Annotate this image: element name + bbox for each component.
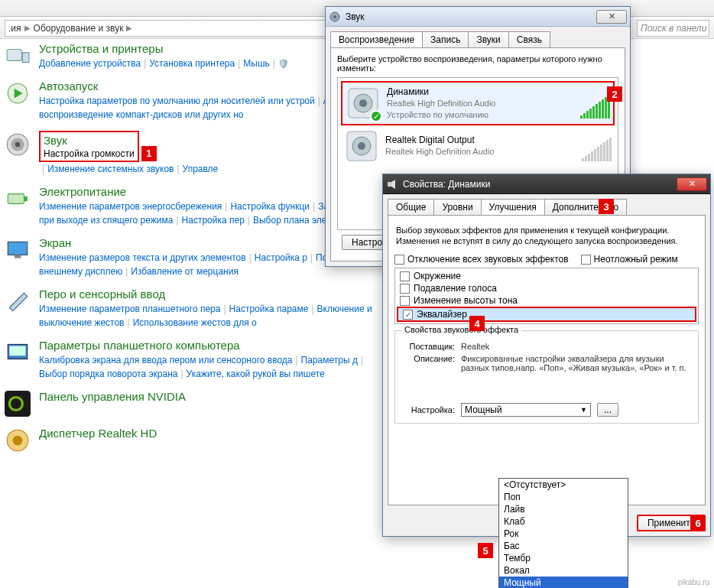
link[interactable]: Укажите, какой рукой вы пишете xyxy=(187,369,325,379)
dropdown-option[interactable]: Рок xyxy=(499,528,628,540)
link[interactable]: Управле xyxy=(183,164,219,174)
link[interactable]: Избавление от мерцания xyxy=(131,266,239,277)
tabs: ОбщиеУровниУлучшенияДополнительно xyxy=(388,199,706,215)
tab-Звуки[interactable]: Звуки xyxy=(468,31,508,47)
close-button[interactable]: ✕ xyxy=(596,10,627,24)
svg-point-25 xyxy=(358,142,365,150)
link[interactable]: Выбор порядка поворота экрана xyxy=(39,369,177,379)
category-title[interactable]: Параметры планшетного компьютера xyxy=(39,339,394,352)
link[interactable]: Настройка параметров по умолчанию для но… xyxy=(39,96,315,106)
svg-rect-13 xyxy=(9,346,25,356)
urgent-mode-checkbox[interactable]: Неотложный режим xyxy=(581,254,678,265)
svg-point-22 xyxy=(359,99,367,107)
dropdown-option[interactable]: Поп xyxy=(499,491,628,503)
dropdown-option[interactable]: Бас xyxy=(499,540,628,552)
tab-Запись[interactable]: Запись xyxy=(422,31,469,47)
category-title[interactable]: Перо и сенсорный ввод xyxy=(39,288,394,300)
dropdown-option[interactable]: Тембр xyxy=(499,552,628,564)
titlebar[interactable]: Свойства: Динамики ✕ xyxy=(383,174,710,194)
checkbox-icon xyxy=(400,296,410,306)
effect-item[interactable]: ✓Эквалайзер xyxy=(397,307,696,322)
category-links: Калибровка экрана для ввода пером или се… xyxy=(39,353,394,381)
dropdown-option[interactable]: Клаб xyxy=(499,515,628,528)
power-icon xyxy=(4,185,31,213)
link[interactable]: Настройка громкости xyxy=(44,148,135,159)
device-name: Динамики xyxy=(387,86,574,98)
category-title[interactable]: Панель управления NVIDIA xyxy=(39,390,394,403)
link[interactable]: Параметры д xyxy=(301,355,358,365)
disable-effects-checkbox[interactable]: Отключение всех звуковых эффектов xyxy=(394,254,569,265)
svg-rect-1 xyxy=(22,53,29,63)
svg-point-17 xyxy=(13,436,23,446)
chevron-right-icon: ▶ xyxy=(126,24,132,32)
dialog-title: Звук xyxy=(346,11,592,22)
preset-combobox[interactable]: Мощный ▼ xyxy=(461,403,591,417)
link[interactable]: Установка принтера xyxy=(149,58,235,69)
breadcrumb-item[interactable]: Оборудование и звук xyxy=(34,23,124,34)
device-driver: Realtek High Definition Audio xyxy=(385,146,576,158)
shield-icon: 🛡️ xyxy=(278,59,289,68)
link[interactable]: Калибровка экрана для ввода пером или се… xyxy=(39,355,292,365)
tab-Дополнительно[interactable]: Дополнительно xyxy=(544,199,627,215)
link[interactable]: Изменение параметров планшетного пера xyxy=(39,304,220,314)
category-title[interactable]: Диспетчер Realtek HD xyxy=(39,427,394,440)
checkbox-label: Неотложный режим xyxy=(594,254,678,265)
link[interactable]: Использование жестов для о xyxy=(133,317,257,328)
callout-badge-3: 3 xyxy=(599,199,614,214)
chevron-down-icon: ▼ xyxy=(580,406,587,414)
callout-badge-1: 1 xyxy=(141,146,157,161)
tab-Воспроизведение[interactable]: Воспроизведение xyxy=(330,31,423,47)
effect-item[interactable]: Окружение xyxy=(395,270,698,282)
level-meter xyxy=(582,131,612,161)
link[interactable]: Мышь xyxy=(243,58,270,69)
tab-Уровни[interactable]: Уровни xyxy=(433,199,481,215)
link[interactable]: Настройка пер xyxy=(182,215,245,226)
display-icon xyxy=(4,236,31,264)
property-row: Описание:Фиксированные настройки эквалай… xyxy=(401,354,692,372)
search-placeholder: Поиск в панели у xyxy=(641,23,709,34)
link[interactable]: Изменение размеров текста и других элеме… xyxy=(39,252,246,263)
category-nvidia: Панель управления NVIDIA xyxy=(4,390,394,417)
link[interactable]: Изменение параметров энергосбережения xyxy=(39,201,222,212)
dropdown-option[interactable]: <Отсутствует> xyxy=(499,479,628,491)
dropdown-option[interactable]: Мощный xyxy=(499,577,628,588)
device-status: Устройство по умолчанию xyxy=(387,109,574,121)
checkbox-icon xyxy=(581,255,591,265)
tab-page: Выбор звуковых эффектов для применения к… xyxy=(388,215,706,505)
device-driver: Realtek High Definition Audio xyxy=(387,98,574,109)
dropdown-option[interactable]: Лайв xyxy=(499,503,628,515)
link[interactable]: Добавление устройства xyxy=(39,58,141,69)
effects-list[interactable]: ОкружениеПодавление голосаИзменение высо… xyxy=(394,268,699,324)
checkbox-icon xyxy=(400,284,410,294)
close-button[interactable]: ✕ xyxy=(677,177,707,191)
speaker-icon xyxy=(329,11,341,23)
device-item[interactable]: Realtek Digital Output Realtek High Defi… xyxy=(341,125,615,167)
link[interactable]: Настройка параме xyxy=(229,304,309,314)
dropdown-option[interactable]: Вокал xyxy=(499,564,628,577)
tab-Улучшения[interactable]: Улучшения xyxy=(481,199,545,215)
effect-item[interactable]: Подавление голоса xyxy=(395,282,698,294)
effect-item[interactable]: Изменение высоты тона xyxy=(395,294,698,307)
tabs: ВоспроизведениеЗаписьЗвукиСвязь xyxy=(330,31,625,47)
link[interactable]: Настройка функци xyxy=(230,201,310,212)
effect-properties-group: Свойства звукового эффекта Поставщик:Rea… xyxy=(394,330,699,424)
svg-rect-26 xyxy=(388,182,391,187)
titlebar[interactable]: Звук ✕ xyxy=(326,7,630,27)
property-key: Описание: xyxy=(401,354,455,372)
tab-Связь[interactable]: Связь xyxy=(508,31,550,47)
tablet-icon xyxy=(4,339,31,366)
group-title: Свойства звукового эффекта xyxy=(401,325,521,334)
tab-Общие[interactable]: Общие xyxy=(388,199,434,215)
checkbox-icon xyxy=(400,271,410,281)
device-item[interactable]: ✓ Динамики Realtek High Definition Audio… xyxy=(341,81,615,125)
search-input[interactable]: Поиск в панели у xyxy=(637,20,709,37)
more-button[interactable]: ... xyxy=(597,403,618,417)
device-icon: ✓ xyxy=(346,86,381,121)
checkbox-icon xyxy=(394,255,404,265)
link[interactable]: Изменение системных звуков xyxy=(47,164,174,174)
link[interactable]: Настройка р xyxy=(255,252,307,263)
callout-badge-5: 5 xyxy=(478,543,493,558)
checkbox-label: Отключение всех звуковых эффектов xyxy=(407,254,569,265)
category-title[interactable]: Звук xyxy=(44,134,135,147)
preset-dropdown[interactable]: <Отсутствует>ПопЛайвКлабРокБасТембрВокал… xyxy=(498,478,628,588)
